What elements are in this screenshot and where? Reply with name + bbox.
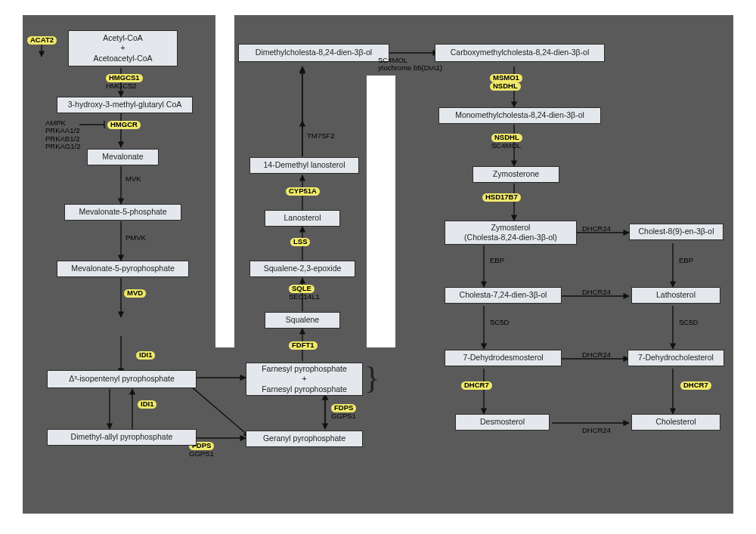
node-cholest: Cholesterol xyxy=(631,414,720,431)
node-lanost: Lanosterol xyxy=(265,210,340,227)
enz-pmvk: PMVK xyxy=(125,234,146,242)
enz-hmgcs: HMGCS1HMGCS2 xyxy=(106,74,143,91)
enz-dhcr7-2: DHCR7 xyxy=(680,381,711,390)
node-chol724: Cholesta-7,24-dien-3β-ol xyxy=(445,287,562,304)
enz-msmo: MSMO1NSDHL xyxy=(490,74,522,91)
enz-hmgcr: HMGCR xyxy=(107,121,141,129)
node-monometh: Monomethylcholesta-8,24-dien-3β-ol xyxy=(438,107,601,124)
enz-hsd17b7: HSD17B7 xyxy=(482,193,521,202)
node-hmgcoa: 3-hydroxy-3-methyl-glutaryl CoA xyxy=(57,97,193,113)
enz-ampk: AMPK PRKAA1/2 PRKAB1/2 PRKAG1/2 xyxy=(45,119,80,151)
node-meval: Mevalonate xyxy=(87,149,159,165)
enz-lss: LSS xyxy=(290,238,310,246)
enz-dhcr24-1: DHCR24 xyxy=(582,225,611,233)
enz-dhcr24-2: DHCR24 xyxy=(582,289,611,297)
node-acetyl: Acetyl-CoA + Acetoacetyl-CoA xyxy=(68,30,178,66)
enz-idi1: IDI1 xyxy=(136,351,155,360)
node-ipp-real: Δ³-isopentenyl pyrophosphate xyxy=(47,370,197,388)
node-dehyddesm: 7-Dehydrodesmosterol xyxy=(445,350,562,366)
enz-tm7sf2: TM7SF2 xyxy=(307,132,334,140)
enz-fdft1: FDFT1 xyxy=(289,341,318,350)
node-cholest8: Cholest-8(9)-en-3β-ol xyxy=(629,224,723,240)
enz-idi1b: IDI1 xyxy=(138,400,156,409)
enz-mvd: MVD xyxy=(124,289,146,298)
enz-sqle: SQLESEC14L1 xyxy=(289,285,320,301)
enz-sc5d1: SC5D xyxy=(490,319,509,327)
enz-nsdhl2: NSDHLSC4MOL xyxy=(491,134,522,150)
node-m5pp: Mevalonate-5-pyrophosphate xyxy=(57,261,189,277)
enz-fdps2: FDPSGGPS1 xyxy=(331,404,356,421)
node-sqepox: Squalene-2,3-epoxide xyxy=(249,261,355,277)
enz-ebp1: EBP xyxy=(490,257,504,265)
bracket: } xyxy=(364,360,380,396)
node-carboxy: Carboxymethylcholesta-8,24-dien-3β-ol xyxy=(435,44,605,62)
enz-dhcr24-3: DHCR24 xyxy=(582,351,611,360)
enz-cyp51a: CYP51A xyxy=(286,187,320,196)
enz-dhcr24-4: DHCR24 xyxy=(582,427,611,435)
node-zymoster2: Zymosterol (Cholesta-8,24-dien-3β-ol) xyxy=(445,221,577,245)
node-zymoster1: Zymosterone xyxy=(472,166,559,183)
node-desmost: Desmosterol xyxy=(455,414,550,431)
enz-sc4mol: SC4MOLytochrome b5(DIA1) xyxy=(378,57,442,73)
node-gpp: Geranyl pyrophosphate xyxy=(246,431,363,447)
node-demeth14: 14-Demethyl lanosterol xyxy=(249,157,359,174)
enz-mvk: MVK xyxy=(125,175,141,184)
node-dimeth: Dimethylcholesta-8,24-dien-3β-ol xyxy=(238,44,389,62)
node-dehydchol: 7-Dehydrocholesterol xyxy=(627,350,724,366)
enz-dhcr7-1: DHCR7 xyxy=(461,381,492,390)
node-squalene: Squalene xyxy=(265,312,340,329)
node-lathost: Lathosterol xyxy=(631,287,720,304)
node-fpp: Farnesyl pyrophosphate + Farnesyl pyroph… xyxy=(246,363,363,396)
node-m5p: Mevalonate-5-phosphate xyxy=(64,204,181,221)
enz-sc5d2: SC5D xyxy=(679,319,698,327)
node-dmapp-real: Dimethyl-allyl pyrophosphate xyxy=(47,429,197,446)
enz-acat2: ACAT2 xyxy=(27,36,57,45)
enz-ebp2: EBP xyxy=(679,257,693,265)
